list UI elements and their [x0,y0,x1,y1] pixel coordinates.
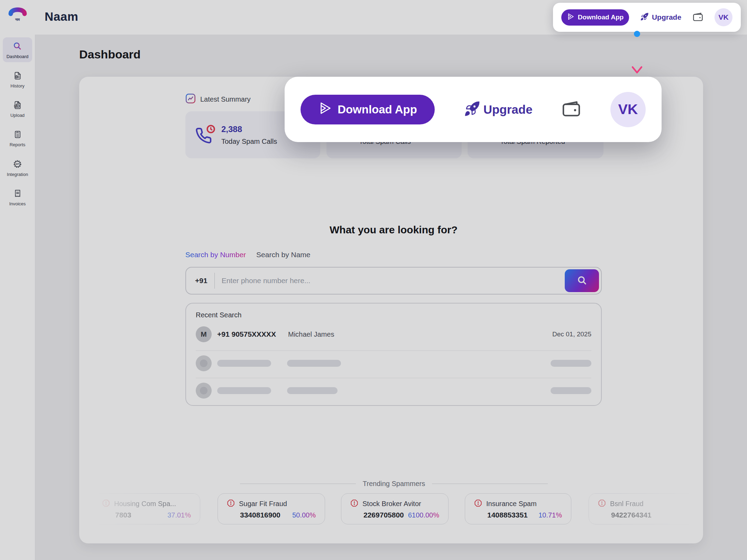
user-avatar[interactable]: VK [714,8,732,26]
spotlight-popup: Download App Upgrade [285,77,662,142]
upgrade-label: Upgrade [483,103,533,116]
rocket-icon [464,101,480,119]
spotlight-arrow [630,30,644,78]
wallet-icon [561,99,581,120]
user-avatar[interactable]: VK [610,92,646,127]
wallet-button[interactable] [561,99,581,120]
download-app-label: Download App [578,13,624,21]
upgrade-button[interactable]: Upgrade [640,12,681,22]
download-app-button[interactable]: Download App [301,95,435,124]
wallet-icon [692,11,703,24]
play-store-icon [318,101,332,118]
download-app-label: Download App [338,103,417,116]
upgrade-label: Upgrade [652,13,681,21]
wallet-button[interactable] [692,11,703,24]
rocket-icon [640,12,649,22]
play-store-icon [567,13,574,22]
download-app-button[interactable]: Download App [561,9,629,26]
upgrade-button[interactable]: Upgrade [464,101,533,119]
app-window: नाम Dashboard [0,0,747,560]
header-actions-spotlight: Download App Upgrade [553,3,741,32]
